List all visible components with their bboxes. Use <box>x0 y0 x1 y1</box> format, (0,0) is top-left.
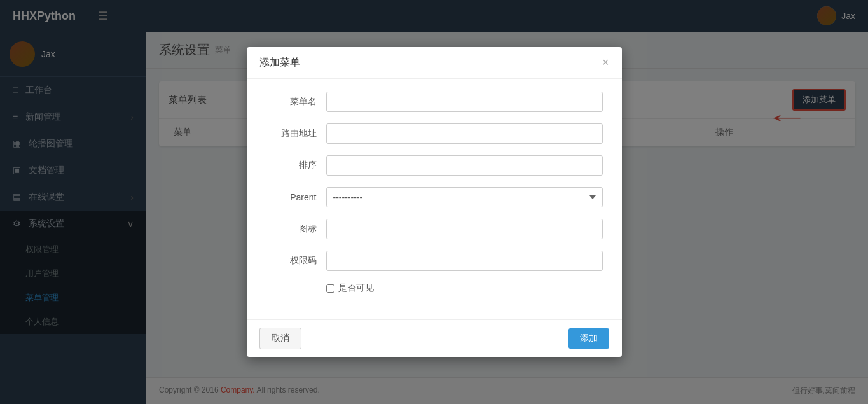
form-group-menu-name: 菜单名 <box>266 92 603 112</box>
form-group-permission: 权限码 <box>266 251 603 271</box>
modal-overlay[interactable]: 添加菜单 × 菜单名 路由地址 排序 0 Parent -- <box>0 0 868 404</box>
permission-label: 权限码 <box>266 255 317 267</box>
modal-body: 菜单名 路由地址 排序 0 Parent ---------- <box>247 79 622 319</box>
modal-header: 添加菜单 × <box>247 47 622 79</box>
route-label: 路由地址 <box>266 128 317 139</box>
submit-add-button[interactable]: 添加 <box>568 328 609 349</box>
form-group-parent: Parent ---------- <box>266 187 603 207</box>
modal-footer: 取消 添加 <box>247 319 622 357</box>
icon-label: 图标 <box>266 223 317 235</box>
permission-input[interactable] <box>326 251 603 271</box>
form-group-order: 排序 0 <box>266 155 603 176</box>
order-label: 排序 <box>266 160 317 171</box>
add-menu-modal: 添加菜单 × 菜单名 路由地址 排序 0 Parent -- <box>247 47 622 357</box>
form-group-route: 路由地址 <box>266 123 603 144</box>
visible-label[interactable]: 是否可见 <box>338 282 374 294</box>
parent-select[interactable]: ---------- <box>326 187 603 207</box>
modal-title: 添加菜单 <box>259 56 300 69</box>
icon-input[interactable]: fa-link <box>326 219 603 239</box>
form-group-visible: 是否可见 <box>326 282 603 294</box>
parent-label: Parent <box>266 192 317 202</box>
modal-close-button[interactable]: × <box>602 56 609 69</box>
order-input[interactable]: 0 <box>326 155 603 176</box>
visible-checkbox[interactable] <box>326 284 334 293</box>
form-group-icon: 图标 fa-link <box>266 219 603 239</box>
menu-name-input[interactable] <box>326 92 603 112</box>
menu-name-label: 菜单名 <box>266 96 317 108</box>
route-input[interactable] <box>326 123 603 144</box>
cancel-button[interactable]: 取消 <box>259 328 301 349</box>
